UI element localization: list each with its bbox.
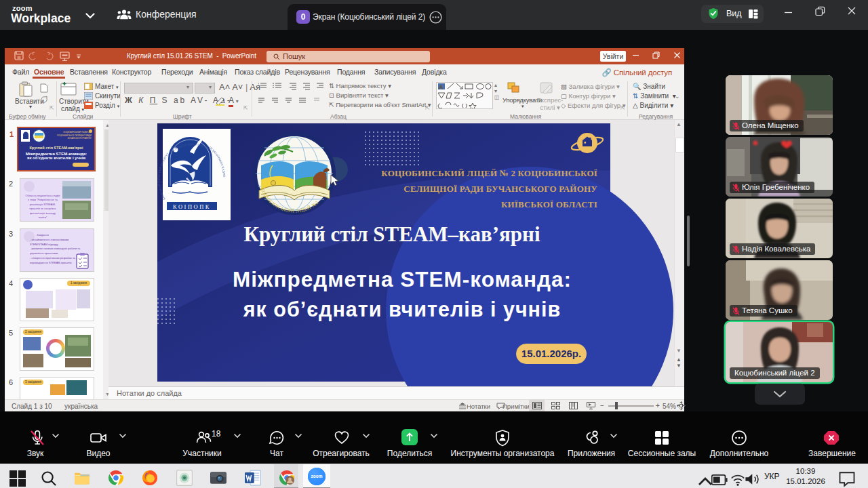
svg-text:Круглий стіл STEAM–кав’ярні: Круглий стіл STEAM–кав’ярні [243, 222, 540, 246]
svg-text:КОІПОПК: КОІПОПК [173, 203, 211, 210]
svg-text:Міжпредметна STEM-команда:: Міжпредметна STEM-команда: [233, 267, 572, 291]
svg-text:A: A [439, 84, 443, 90]
svg-text:КОЦЮБИНСЬКИЙ ЛІЦЕЙ № 2 КОЦЮБИН: КОЦЮБИНСЬКИЙ ЛІЦЕЙ № 2 КОЦЮБИНСЬКОЇ [381, 168, 597, 178]
svg-text:КИЇВСЬКОЇ ОБЛАСТІ: КИЇВСЬКОЇ ОБЛАСТІ [501, 199, 597, 209]
svg-text:як об’єднати вчителів і учнів: як об’єднати вчителів і учнів [243, 298, 561, 321]
svg-text:15.01.2026р.: 15.01.2026р. [521, 348, 581, 359]
svg-text:СЕЛИЩНОЇ РАДИ БУЧАНСЬКОГО РАЙО: СЕЛИЩНОЇ РАДИ БУЧАНСЬКОГО РАЙОНУ [403, 184, 597, 194]
